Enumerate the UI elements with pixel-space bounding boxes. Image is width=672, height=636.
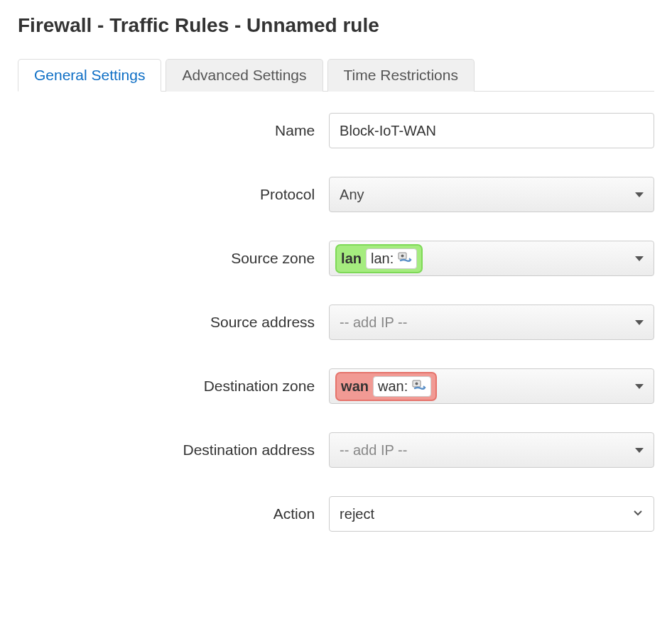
row-source-zone: Source zone lan lan:: [18, 241, 654, 276]
row-action: Action reject: [18, 496, 654, 532]
chevron-down-icon: [635, 256, 644, 261]
label-source-address: Source address: [18, 314, 329, 331]
label-protocol: Protocol: [18, 186, 329, 203]
label-name: Name: [18, 122, 329, 139]
chevron-down-icon: [635, 384, 644, 389]
label-destination-zone: Destination zone: [18, 378, 329, 395]
protocol-value: Any: [340, 187, 364, 203]
name-input[interactable]: [329, 113, 654, 148]
tab-time-restrictions[interactable]: Time Restrictions: [327, 59, 475, 92]
zone-name-wan: wan: [341, 378, 369, 395]
tabs: General Settings Advanced Settings Time …: [18, 58, 654, 92]
chevron-down-icon: [635, 192, 644, 197]
chevron-down-icon: [635, 448, 644, 453]
label-source-zone: Source zone: [18, 250, 329, 267]
row-destination-zone: Destination zone wan wan:: [18, 368, 654, 404]
zone-badge-wan: wan wan:: [335, 372, 437, 401]
label-action: Action: [18, 505, 329, 522]
zone-name-lan: lan: [341, 251, 362, 267]
zone-badge-lan: lan lan:: [335, 244, 423, 273]
protocol-select[interactable]: Any: [329, 177, 654, 212]
source-zone-select[interactable]: lan lan:: [329, 241, 654, 276]
tab-advanced-settings[interactable]: Advanced Settings: [166, 59, 323, 92]
page-title: Firewall - Traffic Rules - Unnamed rule: [18, 14, 654, 37]
row-destination-address: Destination address -- add IP --: [18, 432, 654, 468]
svg-point-1: [401, 255, 404, 258]
row-source-address: Source address -- add IP --: [18, 305, 654, 340]
source-address-placeholder: -- add IP --: [340, 314, 407, 331]
action-select[interactable]: reject: [329, 496, 654, 532]
zone-iface-wan: wan:: [373, 376, 431, 397]
destination-zone-select[interactable]: wan wan:: [329, 368, 654, 404]
destination-address-placeholder: -- add IP --: [340, 442, 407, 459]
row-name: Name: [18, 113, 654, 148]
label-destination-address: Destination address: [18, 442, 329, 459]
tab-general-settings[interactable]: General Settings: [18, 59, 161, 92]
source-address-select[interactable]: -- add IP --: [329, 305, 654, 340]
network-interface-icon: [411, 380, 426, 393]
destination-address-select[interactable]: -- add IP --: [329, 432, 654, 468]
svg-point-3: [416, 383, 418, 385]
zone-iface-lan: lan:: [366, 248, 417, 269]
network-interface-icon: [396, 252, 412, 265]
row-protocol: Protocol Any: [18, 177, 654, 212]
chevron-down-icon: [635, 320, 644, 325]
